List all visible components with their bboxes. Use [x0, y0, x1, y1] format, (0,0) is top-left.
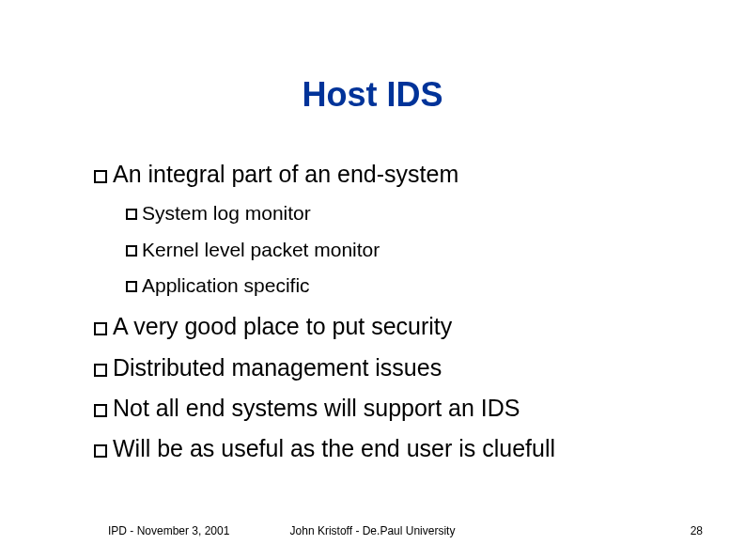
- bullet-item: A very good place to put security: [94, 312, 707, 341]
- sub-bullet-text: Kernel level packet monitor: [142, 239, 380, 260]
- bullet-text: An integral part of an end-system: [113, 161, 458, 187]
- bullet-marker-icon: [94, 404, 107, 417]
- bullet-marker-icon: [94, 364, 107, 377]
- sub-bullet-text: Application specific: [142, 274, 310, 296]
- slide: Host IDS An integral part of an end-syst…: [0, 0, 745, 560]
- sub-bullet-item: System log monitor: [126, 200, 707, 226]
- slide-title: Host IDS: [0, 75, 745, 115]
- bullet-text: Will be as useful as the end user is clu…: [113, 435, 555, 461]
- bullet-text: A very good place to put security: [113, 313, 452, 339]
- sub-bullet-text: System log monitor: [142, 202, 311, 224]
- footer-author: John Kristoff - De.Paul University: [0, 524, 745, 537]
- bullet-item: Distributed management issues: [94, 353, 707, 382]
- sub-bullet-item: Application specific: [126, 272, 707, 299]
- bullet-marker-icon: [94, 170, 107, 183]
- bullet-text: Not all end systems will support an IDS: [113, 395, 520, 421]
- footer-page-number: 28: [691, 524, 703, 537]
- slide-body: An integral part of an end-system System…: [94, 160, 707, 474]
- sub-bullet-item: Kernel level packet monitor: [126, 237, 707, 263]
- sub-bullet-list: System log monitor Kernel level packet m…: [94, 200, 707, 299]
- bullet-item: Will be as useful as the end user is clu…: [94, 434, 707, 463]
- bullet-marker-icon: [126, 209, 137, 220]
- bullet-marker-icon: [94, 444, 107, 458]
- bullet-marker-icon: [126, 245, 137, 257]
- bullet-marker-icon: [94, 322, 107, 335]
- bullet-marker-icon: [126, 281, 137, 292]
- bullet-item: An integral part of an end-system: [94, 160, 707, 189]
- bullet-text: Distributed management issues: [113, 354, 442, 381]
- bullet-item: Not all end systems will support an IDS: [94, 394, 707, 423]
